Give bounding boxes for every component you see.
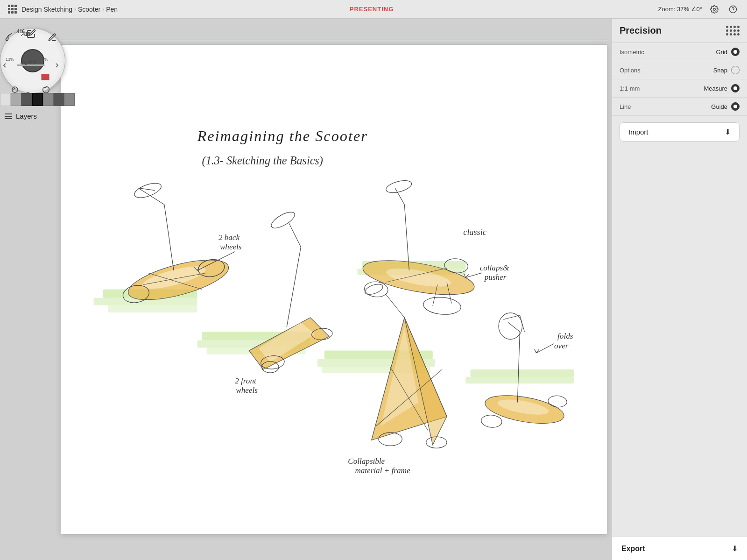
- svg-text:wheels: wheels: [236, 386, 258, 395]
- snap-radio[interactable]: [731, 66, 740, 74]
- precision-header: Precision: [612, 19, 747, 43]
- options-label: Options: [620, 67, 713, 74]
- svg-text:(1.3- Sketching the Basics): (1.3- Sketching the Basics): [202, 154, 323, 167]
- guide-radio[interactable]: [731, 102, 740, 111]
- svg-line-87: [535, 349, 536, 353]
- svg-point-31: [133, 180, 163, 200]
- svg-line-42: [289, 223, 301, 247]
- svg-text:folds: folds: [557, 332, 573, 340]
- svg-point-54: [385, 178, 413, 195]
- svg-line-81: [503, 315, 520, 319]
- measure-label: Measure: [704, 85, 727, 92]
- settings-button[interactable]: [708, 3, 721, 16]
- dots-grid-icon[interactable]: [726, 26, 740, 35]
- svg-point-66: [426, 437, 447, 448]
- pen-icon[interactable]: [47, 32, 58, 43]
- export-download-icon: ⬇: [732, 544, 738, 553]
- size-bar: [17, 64, 45, 66]
- svg-line-28: [164, 205, 174, 270]
- layers-label: Layers: [16, 112, 37, 120]
- tool-right-arrow[interactable]: [51, 60, 63, 71]
- import-button[interactable]: Import ⬇: [620, 122, 740, 142]
- isometric-grid-row: Isometric Grid: [612, 43, 747, 61]
- line-label: Line: [620, 103, 711, 110]
- svg-rect-12: [108, 305, 197, 312]
- pencil-icon[interactable]: [26, 28, 37, 39]
- canvas-paper[interactable]: Reimagining the Scooter (1.3- Sketching …: [61, 44, 607, 534]
- canvas-red-line-top: [61, 40, 607, 40]
- svg-text:2 back: 2 back: [218, 233, 240, 242]
- svg-line-69: [386, 294, 404, 318]
- right-panel: Precision Isometric Grid Options Snap 1:…: [612, 19, 747, 560]
- presenting-label: PRESENTING: [350, 6, 394, 13]
- swatch-dark2[interactable]: [54, 93, 64, 106]
- svg-text:2 front: 2 front: [235, 376, 257, 385]
- top-bar: Design Sketching › Scooter › Pen PRESENT…: [0, 0, 747, 19]
- line-guide-row: Line Guide: [612, 98, 747, 116]
- svg-point-65: [379, 432, 402, 446]
- svg-line-52: [404, 205, 409, 270]
- svg-text:material + frame: material + frame: [355, 466, 410, 475]
- svg-line-59: [465, 273, 482, 277]
- precision-title: Precision: [620, 25, 662, 36]
- color-indicator[interactable]: [41, 74, 49, 80]
- svg-line-5: [14, 88, 15, 90]
- import-download-icon: ⬇: [725, 128, 731, 136]
- grid-label: Grid: [716, 49, 727, 56]
- measure-value: 1:1 mm: [620, 85, 704, 92]
- app-menu-button[interactable]: [6, 3, 19, 16]
- svg-point-76: [481, 414, 502, 428]
- tool-size-mm: .416 mm: [20, 60, 36, 64]
- breadcrumb-app[interactable]: Design Sketching: [21, 6, 72, 13]
- svg-line-85: [536, 343, 554, 353]
- color-swatches: [0, 91, 75, 108]
- grid-radio[interactable]: [731, 48, 740, 56]
- tool-size-left: -.416: [14, 29, 25, 34]
- svg-line-3: [8, 34, 12, 36]
- canvas-area[interactable]: Reimagining the Scooter (1.3- Sketching …: [51, 19, 612, 560]
- svg-line-82: [520, 315, 524, 332]
- zoom-label: Zoom: 37% ∠0°: [658, 6, 703, 13]
- swatch-grey2[interactable]: [43, 93, 54, 106]
- sketch-svg: Reimagining the Scooter (1.3- Sketching …: [61, 44, 607, 534]
- guide-label: Guide: [711, 103, 727, 110]
- measure-row: 1:1 mm Measure: [612, 79, 747, 98]
- hamburger-icon: [5, 113, 12, 119]
- svg-text:wheels: wheels: [220, 242, 242, 251]
- svg-text:pusher: pusher: [484, 273, 507, 282]
- size-bar-thumb: [25, 64, 27, 65]
- svg-text:Reimagining the Scooter: Reimagining the Scooter: [197, 128, 368, 144]
- tool-left-arrow[interactable]: [0, 60, 10, 71]
- canvas-red-line-bottom: [61, 534, 607, 534]
- svg-rect-22: [465, 377, 574, 383]
- snap-label: Snap: [713, 67, 727, 74]
- isometric-label: Isometric: [620, 49, 716, 56]
- swatch-white[interactable]: [0, 93, 11, 106]
- swatch-extra1[interactable]: [64, 93, 75, 106]
- svg-line-41: [287, 247, 301, 327]
- svg-rect-21: [471, 369, 574, 377]
- svg-point-0: [713, 8, 716, 10]
- measure-radio[interactable]: [731, 84, 740, 92]
- breadcrumb-pen[interactable]: Pen: [106, 6, 118, 13]
- svg-point-80: [499, 313, 522, 339]
- svg-line-79: [508, 322, 520, 332]
- breadcrumb: Design Sketching › Scooter › Pen: [21, 6, 118, 13]
- breadcrumb-scooter[interactable]: Scooter: [78, 6, 100, 13]
- breadcrumb-sep1: ›: [74, 6, 76, 13]
- svg-line-78: [517, 332, 520, 402]
- svg-point-43: [269, 209, 297, 231]
- swatch-dark-grey[interactable]: [21, 93, 32, 106]
- svg-text:Collapsible: Collapsible: [348, 457, 385, 466]
- topbar-left: Design Sketching › Scooter › Pen: [0, 3, 252, 16]
- svg-point-62: [423, 296, 462, 316]
- export-label: Export: [621, 545, 645, 553]
- svg-text:collaps&: collaps&: [480, 263, 509, 272]
- breadcrumb-sep2: ›: [102, 6, 104, 13]
- swatch-black[interactable]: [32, 93, 43, 106]
- brush-icon[interactable]: [4, 32, 15, 43]
- help-button[interactable]: [726, 3, 740, 16]
- swatch-mid-grey[interactable]: [11, 93, 21, 106]
- export-button[interactable]: Export ⬇: [612, 537, 747, 560]
- topbar-center: PRESENTING: [252, 6, 492, 13]
